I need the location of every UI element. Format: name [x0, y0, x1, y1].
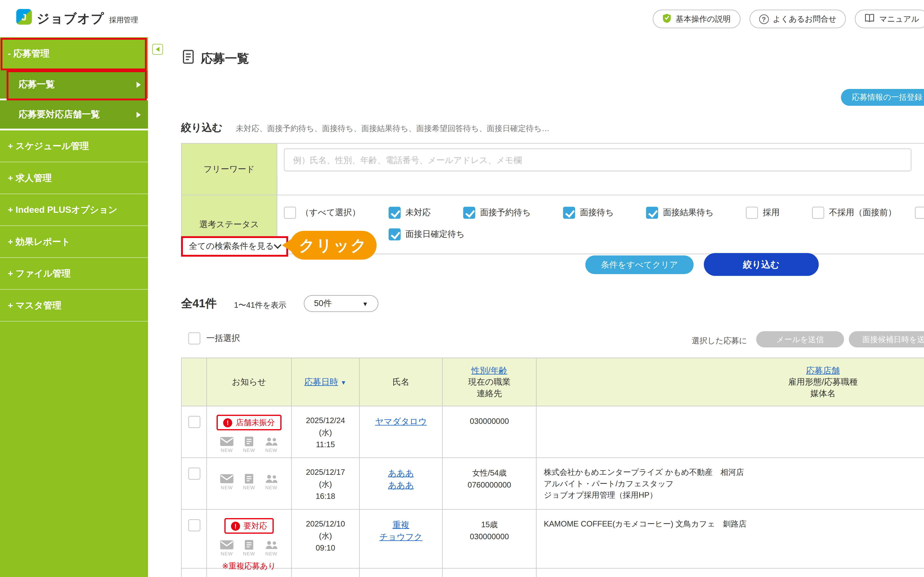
sidebar-collapse-button[interactable] — [152, 44, 163, 55]
freeword-input[interactable] — [284, 148, 911, 171]
status-checkbox-hired[interactable]: 採用 — [746, 207, 780, 219]
sidebar-item-master-management[interactable]: + マスタ管理 — [0, 290, 148, 322]
people-notification-icon[interactable]: NEW — [264, 436, 279, 453]
notice-cell: !店舗未振分 NEW NEW NEW — [207, 406, 292, 458]
sidebar-item-application-management[interactable]: - 応募管理 — [0, 37, 148, 71]
store-cell: 株式会社かもめエンタープライズ かもめ不動産 相河店アルバイト・パート/カフェス… — [536, 458, 924, 509]
clear-conditions-button[interactable]: 条件をすべてクリア — [585, 256, 694, 274]
click-annotation-callout: クリック — [290, 231, 376, 259]
send-mail-button[interactable]: メールを送信 — [756, 331, 844, 348]
sidebar-item-effect-report[interactable]: + 効果レポート — [0, 226, 148, 258]
selected-applications-note: 選択した応募に — [692, 335, 747, 346]
main-content: 応募一覧 応募情報の一括登録・ 絞り込む 未対応、面接予約待ち、面接待ち、面接結… — [168, 37, 924, 577]
alert-icon: ! — [231, 521, 240, 530]
checkbox-icon — [389, 228, 401, 240]
checkbox-icon — [915, 207, 924, 219]
app-root: J ジョブオプ 採用管理 基本操作の説明 ? よくあるお問合せ マニュアル — [0, 0, 924, 577]
applicant-name-link[interactable]: 重複 — [393, 519, 409, 531]
applicant-name-link[interactable]: あああ — [388, 479, 414, 491]
sidebar-item-schedule-management[interactable]: + スケジュール管理 — [0, 131, 148, 163]
checkbox-icon — [463, 207, 475, 219]
question-icon: ? — [759, 14, 769, 24]
basic-guide-button[interactable]: 基本操作の説明 — [653, 10, 740, 28]
book-icon — [865, 14, 875, 24]
store-cell: KAMOME COFFEE(カモメコーヒー) 文鳥カフェ 釧路店 — [536, 510, 924, 568]
applicant-name-link[interactable]: あああ — [388, 467, 414, 479]
status-checkbox-awaiting-interview[interactable]: 面接待ち — [563, 207, 614, 219]
checkbox-icon — [188, 332, 200, 345]
people-notification-icon[interactable]: NEW — [264, 540, 279, 556]
send-interview-slots-button[interactable]: 面接候補日時を送信 — [849, 331, 924, 348]
application-date: 2025/12/10(水)09:10 — [292, 510, 360, 568]
checkbox-icon — [646, 207, 658, 219]
header-info: 性別/年齢 現在の職業 連絡先 — [443, 358, 536, 406]
applicant-info: 030000000 — [443, 406, 536, 458]
filter-heading: 絞り込む — [181, 121, 223, 135]
mail-notification-icon[interactable]: NEW — [220, 436, 234, 453]
header-notice: お知らせ — [207, 358, 292, 406]
checkbox-icon — [284, 207, 296, 219]
chevron-down-icon — [274, 241, 281, 248]
sidebar-item-stores-needing-response[interactable]: 応募要対応店舗一覧 — [0, 100, 148, 131]
status-checkbox-clipped[interactable] — [915, 207, 924, 219]
status-badge-unassigned-store: !店舗未振分 — [216, 415, 281, 430]
status-checkbox-untouched[interactable]: 未対応 — [389, 207, 431, 219]
shield-icon — [662, 13, 672, 25]
store-cell: KAMOME COFFEE(カモメコーヒー) 文鳥カフェ 釧路店 — [536, 569, 924, 577]
applicant-info: 15歳030000000 — [443, 510, 536, 568]
header-gender-age-link[interactable]: 性別/年齢 — [472, 365, 507, 377]
bulk-select-checkbox[interactable]: 一括選択 — [188, 332, 240, 345]
collapse-icon — [156, 47, 160, 52]
header-store: 応募店舗 雇用形態/応募職種 媒体名 — [536, 358, 924, 406]
alert-icon: ! — [223, 418, 233, 427]
row-checkbox[interactable] — [188, 519, 200, 531]
people-notification-icon[interactable]: NEW — [264, 474, 279, 490]
sidebar-item-indeed-plus-option[interactable]: + Indeed PLUSオプション — [0, 194, 148, 226]
status-checkbox-awaiting-result[interactable]: 面接結果待ち — [646, 207, 714, 219]
freeword-label: フリーワード — [182, 144, 278, 195]
status-checkbox-date-confirm-waiting[interactable]: 面接日確定待ち — [389, 228, 465, 240]
chevron-right-icon — [137, 111, 141, 118]
checkbox-icon — [812, 207, 824, 219]
document-notification-icon[interactable]: NEW — [242, 436, 256, 453]
applicant-name-link[interactable]: チョウフク — [380, 531, 423, 543]
checkbox-icon — [389, 207, 401, 219]
applicant-info: 女性/54歳0760000000 — [443, 458, 536, 509]
row-checkbox[interactable] — [188, 416, 200, 428]
table-row: !要対応 2025/12/10(水)09:10 重複 15歳 KAMOME CO… — [182, 569, 924, 577]
faq-button[interactable]: ? よくあるお問合せ — [749, 10, 846, 28]
sidebar-item-file-management[interactable]: + ファイル管理 — [0, 258, 148, 290]
application-date: 2025/12/24(水)11:15 — [292, 406, 360, 458]
applications-table: お知らせ 応募日時▼ 氏名 性別/年齢 現在の職業 連絡先 応募店舗 雇用形態/… — [181, 358, 924, 577]
logo-title: ジョブオプ — [37, 12, 105, 25]
table-row: !店舗未振分 NEW NEW NEW 2025/12/24(水)11:15 ヤマ… — [182, 406, 924, 458]
header-checkbox-cell — [182, 358, 207, 406]
checkbox-icon — [563, 207, 575, 219]
document-icon — [181, 49, 195, 68]
status-checkbox-awaiting-reservation[interactable]: 面接予約待ち — [463, 207, 531, 219]
mail-notification-icon[interactable]: NEW — [220, 540, 234, 556]
bulk-register-button[interactable]: 応募情報の一括登録・ — [841, 89, 924, 106]
document-notification-icon[interactable]: NEW — [242, 540, 256, 556]
header-buttons: 基本操作の説明 ? よくあるお問合せ マニュアル — [653, 10, 924, 28]
sidebar-nav: - 応募管理 応募一覧 応募要対応店舗一覧 + スケジュール管理 + 求人管理 … — [0, 37, 148, 577]
top-header: J ジョブオプ 採用管理 基本操作の説明 ? よくあるお問合せ マニュアル — [0, 0, 924, 37]
sidebar-item-application-list[interactable]: 応募一覧 — [0, 71, 148, 100]
table-header-row: お知らせ 応募日時▼ 氏名 性別/年齢 現在の職業 連絡先 応募店舗 雇用形態/… — [182, 358, 924, 406]
status-checkbox-rejected-before-interview[interactable]: 不採用（面接前） — [812, 207, 897, 219]
header-date-sort[interactable]: 応募日時▼ — [292, 358, 360, 406]
logo-subtitle: 採用管理 — [109, 16, 138, 24]
row-checkbox[interactable] — [188, 467, 200, 480]
notice-cell: !要対応 NEW NEW NEW ※重複応募あり — [207, 510, 292, 568]
document-notification-icon[interactable]: NEW — [242, 474, 256, 490]
applicant-name-link[interactable]: ヤマダタロウ — [375, 416, 427, 427]
header-store-link[interactable]: 応募店舗 — [806, 365, 840, 377]
filter-note: 未対応、面接予約待ち、面接待ち、面接結果待ち、面接希望回答待ち、面接日確定待ち… — [236, 123, 549, 134]
expand-search-conditions-button[interactable]: 全ての検索条件を見る — [181, 236, 288, 257]
per-page-dropdown[interactable]: 50件 ▼ — [304, 295, 378, 312]
status-checkbox-select-all[interactable]: （すべて選択） — [284, 207, 360, 219]
mail-notification-icon[interactable]: NEW — [220, 474, 234, 490]
manual-button[interactable]: マニュアル — [855, 10, 924, 28]
sidebar-item-job-management[interactable]: + 求人管理 — [0, 162, 148, 194]
apply-filter-button[interactable]: 絞り込む — [704, 253, 819, 276]
